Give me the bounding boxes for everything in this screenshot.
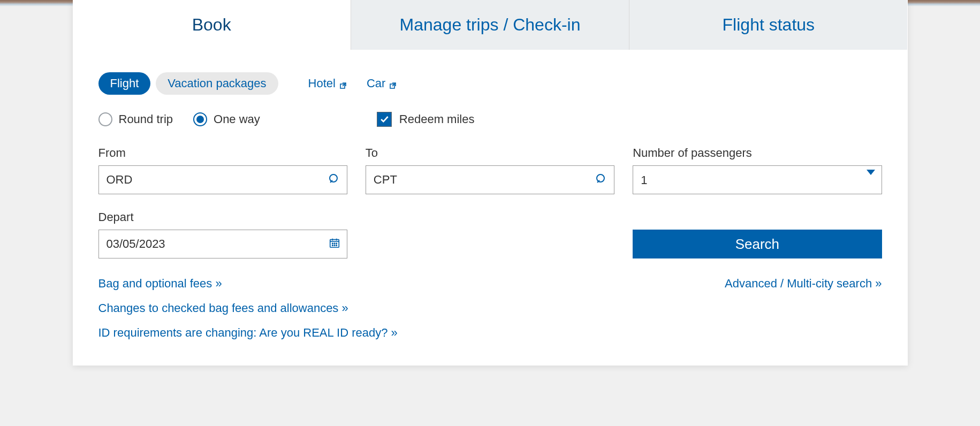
trip-type-row: Round trip One way Redeem miles — [98, 112, 882, 127]
product-row: Flight Vacation packages Hotel Car — [98, 72, 882, 95]
svg-point-5 — [332, 243, 332, 244]
bag-fees-link[interactable]: Bag and optional fees » — [98, 277, 398, 291]
booking-panel: Book Manage trips / Check-in Flight stat… — [73, 0, 908, 366]
tab-manage[interactable]: Manage trips / Check-in — [351, 0, 629, 50]
pax-label: Number of passengers — [633, 146, 882, 160]
svg-point-8 — [332, 245, 332, 246]
svg-point-9 — [334, 245, 335, 246]
radio-round-trip[interactable]: Round trip — [98, 112, 173, 126]
radio-one-way[interactable]: One way — [193, 112, 260, 126]
from-input[interactable] — [107, 173, 339, 187]
pax-select[interactable]: 1 — [641, 173, 873, 187]
chevron-down-icon — [867, 175, 875, 185]
pill-vacation[interactable]: Vacation packages — [156, 72, 278, 95]
checkbox-label-redeem: Redeem miles — [399, 112, 475, 126]
svg-point-2 — [330, 174, 337, 182]
fields-row-2: Depart Search — [98, 210, 882, 258]
depart-group: Depart — [98, 210, 347, 258]
hotel-link-label: Hotel — [308, 77, 336, 90]
external-icon — [389, 79, 397, 88]
calendar-icon — [329, 237, 340, 251]
search-button[interactable]: Search — [633, 230, 882, 258]
car-link-label: Car — [367, 77, 385, 90]
to-label: To — [366, 146, 614, 160]
pax-group: Number of passengers 1 — [633, 146, 882, 194]
svg-point-7 — [336, 243, 337, 244]
from-group: From — [98, 146, 347, 194]
to-input-wrap[interactable] — [366, 165, 614, 194]
pill-flight[interactable]: Flight — [98, 72, 151, 95]
external-links: Hotel Car — [308, 77, 398, 90]
from-input-wrap[interactable] — [98, 165, 347, 194]
car-link[interactable]: Car — [367, 77, 397, 90]
product-pills: Flight Vacation packages — [98, 72, 278, 95]
main-tabs: Book Manage trips / Check-in Flight stat… — [73, 0, 908, 50]
hotel-link[interactable]: Hotel — [308, 77, 347, 90]
depart-input-wrap[interactable] — [98, 230, 347, 258]
book-content: Flight Vacation packages Hotel Car — [73, 50, 908, 366]
depart-label: Depart — [98, 210, 347, 224]
checkbox-redeem-miles[interactable]: Redeem miles — [377, 112, 475, 127]
from-label: From — [98, 146, 347, 160]
to-group: To — [366, 146, 614, 194]
search-icon — [595, 172, 607, 187]
advanced-search-link[interactable]: Advanced / Multi-city search » — [725, 277, 882, 291]
search-icon — [328, 172, 340, 187]
radio-label-round-trip: Round trip — [119, 112, 173, 126]
svg-point-10 — [336, 245, 337, 246]
pax-select-wrap[interactable]: 1 — [633, 165, 882, 194]
radio-icon — [193, 112, 207, 126]
tab-book[interactable]: Book — [73, 0, 351, 50]
footer-links: Bag and optional fees » Changes to check… — [98, 277, 398, 340]
fields-row-1: From To — [98, 146, 882, 194]
to-input[interactable] — [374, 173, 606, 187]
svg-point-6 — [334, 243, 335, 244]
search-group: Search — [633, 222, 882, 258]
svg-point-3 — [597, 174, 604, 182]
checkbox-icon — [377, 112, 392, 127]
depart-input[interactable] — [107, 237, 339, 251]
footer-row: Bag and optional fees » Changes to check… — [98, 277, 882, 340]
checked-bag-link[interactable]: Changes to checked bag fees and allowanc… — [98, 301, 398, 315]
external-icon — [339, 79, 347, 88]
tab-status[interactable]: Flight status — [629, 0, 907, 50]
radio-icon — [98, 112, 112, 126]
radio-label-one-way: One way — [214, 112, 260, 126]
real-id-link[interactable]: ID requirements are changing: Are you RE… — [98, 326, 398, 340]
